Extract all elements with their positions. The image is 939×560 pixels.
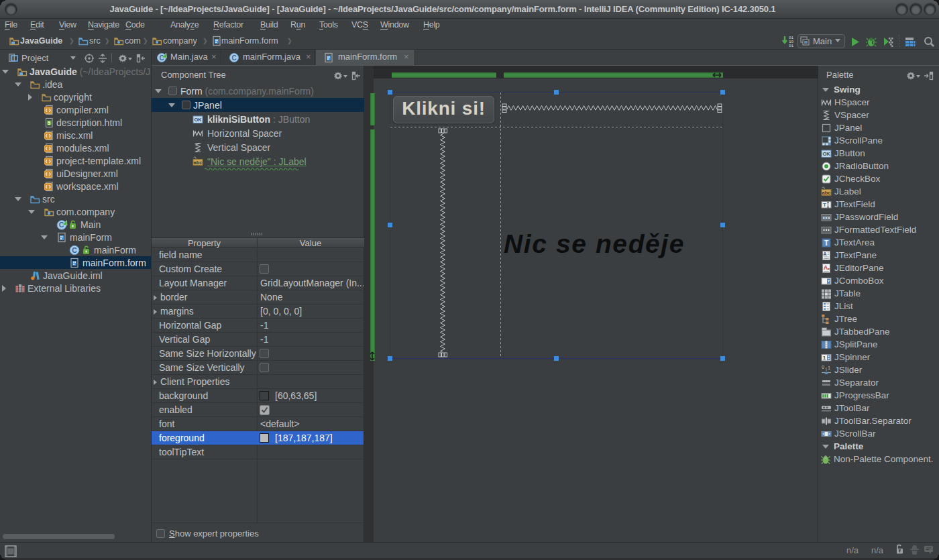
svg-text:A: A — [823, 251, 827, 257]
svg-text:OK: OK — [194, 117, 202, 123]
svg-text:T: T — [823, 202, 826, 208]
svg-text:C: C — [72, 245, 77, 254]
svg-text:C: C — [231, 54, 236, 62]
svg-text:1: 1 — [823, 355, 826, 361]
svg-text:0: 0 — [822, 365, 824, 370]
svg-text:abc: abc — [822, 189, 831, 195]
svg-text:xxx: xxx — [822, 215, 830, 220]
svg-text:1: 1 — [828, 366, 830, 370]
svg-text:01: 01 — [789, 44, 794, 48]
svg-text:abc: abc — [194, 159, 203, 165]
svg-text:A: A — [824, 264, 828, 270]
svg-text:T: T — [824, 239, 828, 247]
svg-text:OK: OK — [822, 151, 830, 157]
svg-text:5: 5 — [48, 120, 50, 125]
